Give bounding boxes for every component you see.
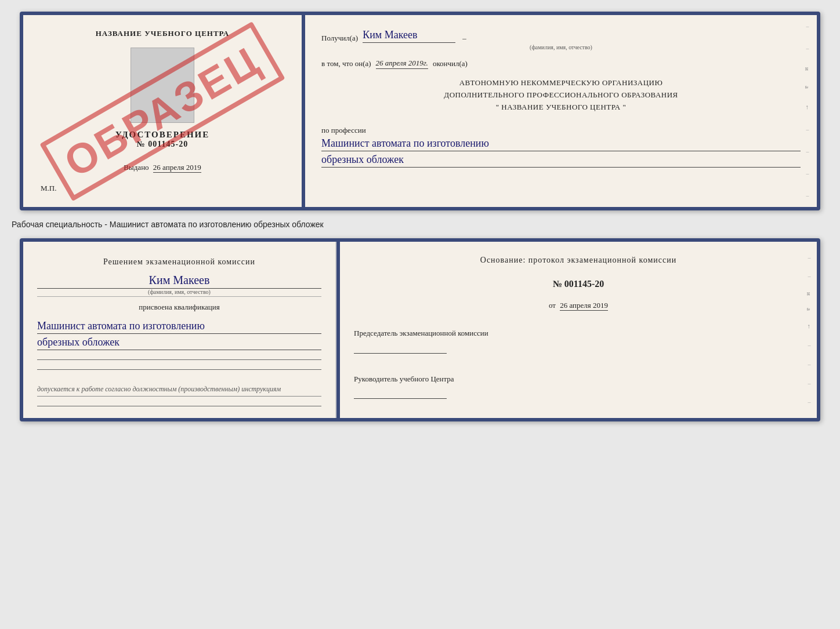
cert-word: УДОСТОВЕРЕНИЕ [115,130,210,140]
director-title: Руководитель учебного Центра [354,373,803,385]
margin-dash-5: – [806,170,809,177]
margin-dash-3: – [806,126,809,133]
commission-name: Ким Макеев [37,274,321,289]
bottom-doc-left: Решением экзаменационной комиссии Ким Ма… [23,242,336,418]
commission-title: Решением экзаменационной комиссии [37,256,321,268]
chairman-signature-line [354,353,447,354]
date-line: в том, что он(а) 26 апреля 2019г. окончи… [321,59,801,69]
bottom-doc-right: Основание: протокол экзаменационной коми… [340,242,817,418]
date-value: 26 апреля 2019г. [376,59,428,69]
bottom-document: Решением экзаменационной комиссии Ким Ма… [20,238,820,421]
commission-name-subtitle: (фамилия, имя, отчество) [37,289,321,297]
underline-3 [37,406,321,406]
issued-label: Выдано [124,163,149,172]
margin-dash-6: – [806,192,809,199]
profession-label: по профессии [321,126,366,134]
right-margin-marks: – – и а ← – – – – [803,15,812,207]
underline-1 [37,359,321,360]
margin-dash-2: – [806,45,809,52]
mp-label: М.П. [41,184,56,193]
assigned-label: присвоена квалификация [37,303,321,312]
admission-text: допускается к работе согласно должностны… [37,385,321,397]
profession-value-line1: Машинист автомата по изготовлению [321,137,801,151]
caption-line: Рабочая специальность - Машинист автомат… [12,220,324,229]
top-doc-left-panel: НАЗВАНИЕ УЧЕБНОГО ЦЕНТРА УДОСТОВЕРЕНИЕ №… [23,15,302,207]
issued-line: Выдано 26 апреля 2019 [124,163,201,172]
org-line3: " НАЗВАНИЕ УЧЕБНОГО ЦЕНТРА " [321,101,801,114]
qualification-block: Машинист автомата по изготовлению обрезн… [37,318,321,350]
b-margin-dash-3: – [808,342,811,348]
margin-mark-arrow: ← [804,104,811,111]
b-margin-a: а [806,308,813,311]
bottom-right-margin-marks: – – и а ← – – – – [804,242,814,418]
issued-date: 26 апреля 2019 [153,163,201,173]
photo-placeholder [131,48,194,123]
basis-label: Основание: протокол экзаменационной коми… [354,256,803,265]
top-doc-right-panel: Получил(а) Ким Макеев – (фамилия, имя, о… [305,15,817,207]
underline-2 [37,369,321,370]
received-label: Получил(а) [321,34,358,43]
director-block: Руководитель учебного Центра [354,373,803,399]
b-margin-dash-4: – [808,361,811,368]
chairman-block: Председатель экзаменационной комиссии [354,328,803,354]
director-signature-line [354,398,447,399]
margin-dash-1: – [806,23,809,30]
received-dash: – [462,34,466,43]
qualification-line2: обрезных обложек [37,336,321,350]
b-margin-dash-5: – [808,380,811,387]
name-subtitle-top: (фамилия, имя, отчество) [321,44,801,50]
cert-number: № 001145-20 [115,140,210,149]
protocol-date-prefix: от [549,301,556,310]
margin-dash-4: – [806,148,809,155]
protocol-date-value: 26 апреля 2019 [560,301,608,311]
b-margin-dash-2: – [808,273,811,279]
protocol-date: от 26 апреля 2019 [354,301,803,310]
margin-mark-i: и [804,67,811,71]
org-line1: АВТОНОМНУЮ НЕКОММЕРЧЕСКУЮ ОРГАНИЗАЦИЮ [321,77,801,89]
b-margin-dash-6: – [808,399,811,405]
cert-title-block: УДОСТОВЕРЕНИЕ № 001145-20 [115,130,210,149]
received-name: Ким Макеев [363,29,455,43]
org-block: АВТОНОМНУЮ НЕКОММЕРЧЕСКУЮ ОРГАНИЗАЦИЮ ДО… [321,77,801,113]
b-margin-arrow: ← [806,323,813,330]
profession-block: по профессии Машинист автомата по изгото… [321,126,801,168]
received-block: Получил(а) Ким Макеев – (фамилия, имя, о… [321,29,801,50]
protocol-number: № 001145-20 [354,279,803,289]
date-prefix: в том, что он(а) [321,59,371,68]
profession-value-line2: обрезных обложек [321,154,801,168]
chairman-title: Председатель экзаменационной комиссии [354,328,803,339]
b-margin-dash-1: – [808,254,811,261]
date-suffix: окончил(а) [433,59,468,68]
margin-mark-a: а [804,86,811,89]
qualification-line1: Машинист автомата по изготовлению [37,320,321,334]
org-line2: ДОПОЛНИТЕЛЬНОГО ПРОФЕССИОНАЛЬНОГО ОБРАЗО… [321,89,801,101]
b-margin-i: и [806,292,813,296]
school-name-left: НАЗВАНИЕ УЧЕБНОГО ЦЕНТРА [96,29,230,38]
top-document: НАЗВАНИЕ УЧЕБНОГО ЦЕНТРА УДОСТОВЕРЕНИЕ №… [20,12,820,210]
